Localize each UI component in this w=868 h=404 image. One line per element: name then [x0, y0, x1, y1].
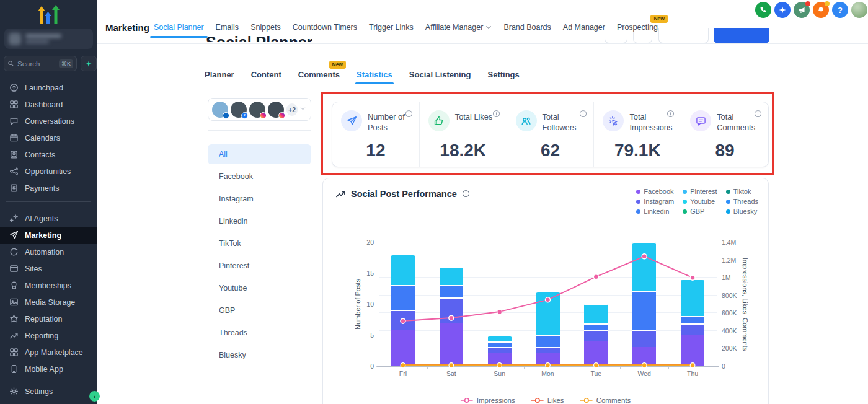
tab-countdown-timers[interactable]: Countdown Timers	[293, 23, 357, 32]
legend-pinterest[interactable]: Pinterest	[683, 188, 717, 195]
sidebar-item-mobile-app[interactable]: Mobile App	[0, 361, 97, 377]
tab-label: Countdown Timers	[293, 23, 357, 32]
sidebar-item-dashboard[interactable]: Dashboard	[0, 96, 97, 113]
channel-filter-gbp[interactable]: GBP	[208, 301, 311, 320]
sidebar-collapse-button[interactable]: ‹	[89, 391, 100, 402]
sidebar-item-media-storage[interactable]: Media Storage	[0, 294, 97, 310]
info-icon[interactable]	[462, 190, 470, 198]
primary-button-cropped[interactable]	[714, 28, 769, 43]
user-avatar[interactable]	[851, 2, 867, 18]
subtab-statistics[interactable]: Statistics	[356, 70, 392, 79]
sidebar-item-opportunities[interactable]: Opportunities	[0, 163, 97, 180]
sidebar-item-contacts[interactable]: Contacts	[0, 146, 97, 163]
subtab-planner[interactable]: Planner	[205, 70, 234, 79]
search-input[interactable]: Search ⌘K	[4, 56, 77, 71]
sidebar-nav-upper: LaunchpadDashboardConversationsCalendars…	[0, 79, 97, 196]
left-axis-tick: 20	[354, 239, 374, 246]
tab-label: Emails	[216, 23, 239, 32]
stat-card-total-impressions: Total Impressions79.1K	[594, 102, 681, 167]
channel-list: AllFacebookInstagramLinkedinTikTokPinter…	[208, 144, 311, 367]
x-axis-tick	[379, 367, 379, 369]
legend-dot	[726, 200, 730, 204]
sidebar-item-sites[interactable]: Sites	[0, 260, 97, 277]
legend-threads[interactable]: Threads	[726, 198, 758, 205]
legend-instagram[interactable]: Instagram	[636, 198, 674, 205]
phone-button[interactable]	[755, 2, 771, 18]
channel-filter-bluesky[interactable]: Bluesky	[208, 345, 311, 365]
thumbs-up-icon	[428, 110, 450, 131]
channel-filter-linkedin[interactable]: Linkedin	[208, 211, 311, 231]
sidebar-item-label: AI Agents	[25, 214, 58, 223]
legend-gbp[interactable]: GBP	[683, 208, 717, 215]
conversations-icon	[9, 116, 19, 126]
facebook-badge-icon: f	[241, 112, 248, 119]
ai-assistant-button[interactable]	[81, 56, 97, 71]
legend-linkedin[interactable]: Linkedin	[636, 208, 674, 215]
tab-ad-manager[interactable]: Ad Manager	[563, 23, 605, 32]
sidebar-item-memberships[interactable]: Memberships	[0, 277, 97, 294]
account-filter-dropdown[interactable]: f+2	[208, 98, 311, 121]
tab-affiliate-manager[interactable]: Affiliate Manager	[425, 23, 492, 32]
sidebar-item-launchpad[interactable]: Launchpad	[0, 79, 97, 96]
sparkle-button[interactable]	[774, 2, 790, 18]
megaphone-button[interactable]	[794, 2, 810, 18]
sidebar-item-marketing[interactable]: Marketing	[0, 227, 97, 244]
channel-filter-threads[interactable]: Threads	[208, 323, 311, 343]
series-legend-comments[interactable]: Comments	[580, 397, 631, 404]
channel-filter-tiktok[interactable]: TikTok	[208, 234, 311, 253]
help-button[interactable]: ?	[832, 2, 848, 18]
account-selector-blurred[interactable]	[4, 29, 93, 49]
channel-filter-all[interactable]: All	[208, 144, 311, 164]
sidebar-item-reporting[interactable]: Reporting	[0, 327, 97, 344]
series-legend-likes[interactable]: Likes	[531, 397, 564, 404]
highlevel-logo-icon[interactable]	[0, 2, 97, 26]
tab-emails[interactable]: Emails	[216, 23, 239, 32]
subtab-comments[interactable]: CommentsNew	[298, 70, 340, 79]
stat-value: 62	[507, 141, 594, 160]
sidebar-item-label: Launchpad	[25, 84, 63, 92]
ai-agents-icon	[9, 214, 19, 223]
tab-brand-boards[interactable]: Brand Boards	[503, 23, 551, 32]
bell-button[interactable]	[813, 2, 829, 18]
comments-point	[594, 363, 599, 368]
more-accounts-count: +2	[286, 103, 298, 116]
left-axis-tick: 0	[354, 362, 374, 370]
subtab-content[interactable]: Content	[251, 70, 281, 79]
x-axis-tick	[572, 367, 572, 369]
sidebar-item-calendars[interactable]: Calendars	[0, 130, 97, 146]
contacts-icon	[9, 150, 19, 159]
channel-filter-pinterest[interactable]: Pinterest	[208, 256, 311, 276]
channel-filter-instagram[interactable]: Instagram	[208, 189, 311, 209]
sidebar-item-label: Opportunities	[25, 167, 71, 176]
legend-tiktok[interactable]: Tiktok	[726, 188, 758, 195]
sidebar-item-automation[interactable]: Automation	[0, 244, 97, 260]
info-icon[interactable]	[754, 110, 762, 118]
legend-facebook[interactable]: Facebook	[636, 188, 674, 195]
legend-dot	[636, 209, 640, 214]
tab-prospecting[interactable]: ProspectingNew	[617, 23, 658, 32]
tab-label: Trigger Links	[369, 23, 414, 32]
info-icon[interactable]	[492, 110, 500, 118]
series-legend-impressions[interactable]: Impressions	[461, 397, 515, 404]
channel-filter-youtube[interactable]: Youtube	[208, 278, 311, 298]
subtab-settings[interactable]: Settings	[487, 70, 519, 79]
outline-button-cropped[interactable]	[658, 28, 709, 43]
tab-social-planner[interactable]: Social Planner	[154, 23, 204, 32]
header-action-icons: ?	[755, 2, 867, 18]
sidebar-item-reputation[interactable]: Reputation	[0, 310, 97, 327]
tab-trigger-links[interactable]: Trigger Links	[369, 23, 414, 32]
legend-bluesky[interactable]: Bluesky	[726, 208, 758, 215]
sidebar-item-ai-agents[interactable]: AI Agents	[0, 210, 97, 227]
subtab-social-listening[interactable]: Social Listening	[409, 70, 471, 79]
info-icon[interactable]	[666, 110, 675, 118]
info-icon[interactable]	[579, 110, 587, 118]
channel-filter-facebook[interactable]: Facebook	[208, 167, 311, 187]
legend-label: Linkedin	[644, 208, 669, 215]
sidebar-item-settings[interactable]: Settings	[0, 383, 97, 400]
sidebar-item-payments[interactable]: Payments	[0, 180, 97, 196]
sidebar-item-app-marketplace[interactable]: App Marketplace	[0, 344, 97, 361]
legend-youtube[interactable]: Youtube	[683, 198, 717, 205]
tab-snippets[interactable]: Snippets	[250, 23, 281, 32]
info-icon[interactable]	[405, 110, 413, 118]
sidebar-item-conversations[interactable]: Conversations	[0, 113, 97, 130]
